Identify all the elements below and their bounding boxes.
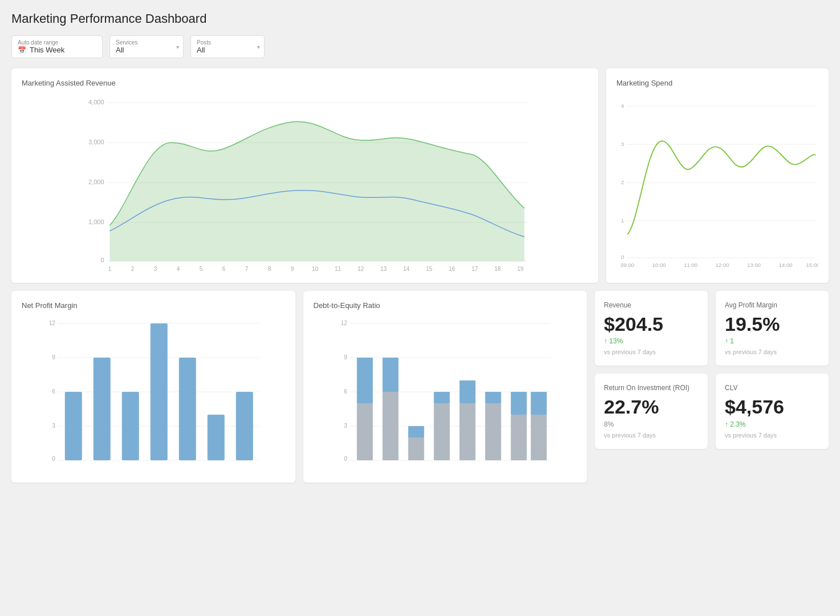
svg-text:11:00: 11:00 bbox=[684, 262, 697, 268]
svg-text:18: 18 bbox=[494, 266, 501, 271]
debt-equity-title: Debt-to-Equity Ratio bbox=[314, 301, 577, 310]
svg-rect-88 bbox=[530, 392, 546, 415]
clv-vs: vs previous 7 days bbox=[725, 432, 819, 439]
calendar-icon: 📅 bbox=[18, 46, 26, 54]
svg-text:0: 0 bbox=[100, 257, 104, 264]
svg-text:3: 3 bbox=[154, 266, 157, 271]
posts-filter[interactable]: Posts All bbox=[190, 35, 265, 58]
filter-bar: Auto date range 📅 This Week Services All… bbox=[11, 35, 829, 58]
svg-rect-56 bbox=[65, 392, 82, 460]
marketing-spend-chart: 4 3 2 1 0 09:00 10:00 11:00 12:00 13:00 bbox=[616, 94, 818, 271]
services-label: Services bbox=[116, 39, 167, 46]
clv-title: CLV bbox=[725, 384, 819, 392]
avg-profit-card: Avg Profit Margin 19.5% ↑ 1 vs previous … bbox=[716, 291, 829, 366]
date-range-label: Auto date range bbox=[18, 39, 96, 46]
svg-text:4: 4 bbox=[177, 266, 180, 271]
svg-rect-57 bbox=[94, 358, 111, 460]
roi-change: 8% bbox=[604, 420, 699, 428]
svg-text:4: 4 bbox=[621, 103, 624, 109]
date-range-filter[interactable]: Auto date range 📅 This Week bbox=[11, 35, 103, 58]
svg-text:17: 17 bbox=[472, 266, 478, 271]
svg-rect-62 bbox=[236, 392, 253, 460]
svg-rect-83 bbox=[485, 403, 501, 460]
svg-rect-76 bbox=[382, 358, 398, 392]
svg-text:7: 7 bbox=[245, 266, 249, 271]
svg-text:15: 15 bbox=[426, 266, 433, 271]
net-profit-chart: 12 9 6 3 0 bbox=[22, 317, 285, 471]
net-profit-card: Net Profit Margin 12 9 6 3 0 bbox=[11, 291, 295, 483]
svg-text:9: 9 bbox=[291, 266, 294, 271]
charts-row-2: Net Profit Margin 12 9 6 3 0 bbox=[11, 291, 829, 483]
svg-text:1: 1 bbox=[108, 266, 112, 271]
svg-text:3: 3 bbox=[52, 423, 55, 429]
svg-text:3: 3 bbox=[621, 141, 624, 147]
svg-rect-73 bbox=[356, 403, 372, 460]
avg-profit-vs: vs previous 7 days bbox=[725, 348, 819, 355]
svg-text:11: 11 bbox=[335, 266, 342, 271]
svg-text:2: 2 bbox=[621, 179, 624, 185]
assisted-revenue-title: Marketing Assisted Revenue bbox=[22, 79, 588, 87]
assisted-revenue-chart: 4,000 3,000 2,000 1,000 0 1 2 bbox=[22, 94, 588, 271]
date-range-value: This Week bbox=[30, 46, 64, 54]
metrics-row-1: Revenue $204.5 ↑ 13% vs previous 7 days … bbox=[595, 291, 829, 366]
svg-text:14: 14 bbox=[403, 266, 410, 271]
svg-rect-77 bbox=[408, 437, 424, 460]
svg-text:3: 3 bbox=[344, 423, 347, 429]
svg-text:19: 19 bbox=[517, 266, 524, 271]
marketing-spend-title: Marketing Spend bbox=[616, 79, 818, 87]
services-filter[interactable]: Services All bbox=[109, 35, 184, 58]
marketing-spend-card: Marketing Spend 4 3 2 1 0 09:00 10:00 1 bbox=[606, 68, 829, 283]
debt-equity-chart: 12 9 6 3 0 bbox=[314, 317, 577, 471]
svg-text:10:00: 10:00 bbox=[652, 262, 666, 268]
clv-change: ↑ 2.3% bbox=[725, 420, 819, 428]
svg-text:9: 9 bbox=[52, 354, 55, 360]
avg-profit-title: Avg Profit Margin bbox=[725, 301, 819, 309]
clv-card: CLV $4,576 ↑ 2.3% vs previous 7 days bbox=[716, 374, 829, 448]
roi-card: Return On Investment (ROI) 22.7% 8% vs p… bbox=[595, 374, 708, 448]
metrics-row-2: Return On Investment (ROI) 22.7% 8% vs p… bbox=[595, 374, 829, 448]
svg-rect-75 bbox=[382, 392, 398, 460]
svg-text:12:00: 12:00 bbox=[716, 262, 729, 268]
svg-text:16: 16 bbox=[449, 266, 456, 271]
svg-rect-58 bbox=[122, 392, 139, 460]
svg-text:6: 6 bbox=[344, 388, 347, 395]
svg-text:14:00: 14:00 bbox=[779, 262, 793, 268]
roi-title: Return On Investment (ROI) bbox=[604, 384, 699, 392]
revenue-card: Revenue $204.5 ↑ 13% vs previous 7 days bbox=[595, 291, 708, 366]
net-profit-title: Net Profit Margin bbox=[22, 301, 285, 310]
svg-rect-59 bbox=[151, 323, 168, 460]
debt-equity-card: Debt-to-Equity Ratio 12 9 6 3 0 bbox=[303, 291, 587, 483]
revenue-value: $204.5 bbox=[604, 314, 699, 335]
svg-rect-85 bbox=[510, 415, 526, 460]
posts-value: All bbox=[197, 46, 248, 54]
svg-text:0: 0 bbox=[52, 456, 55, 462]
svg-rect-84 bbox=[485, 392, 501, 403]
svg-text:13:00: 13:00 bbox=[747, 262, 761, 268]
svg-rect-87 bbox=[530, 415, 546, 460]
svg-text:12: 12 bbox=[340, 320, 347, 326]
svg-rect-80 bbox=[433, 392, 449, 403]
revenue-title: Revenue bbox=[604, 301, 699, 309]
svg-text:0: 0 bbox=[344, 456, 347, 462]
svg-text:12: 12 bbox=[358, 266, 364, 271]
svg-text:12: 12 bbox=[49, 320, 56, 326]
assisted-revenue-card: Marketing Assisted Revenue 4,000 3,000 2… bbox=[11, 68, 598, 283]
svg-text:9: 9 bbox=[344, 354, 347, 360]
svg-text:8: 8 bbox=[268, 266, 271, 271]
services-value: All bbox=[116, 46, 167, 54]
revenue-vs: vs previous 7 days bbox=[604, 348, 699, 355]
services-filter-wrapper: Services All ▾ bbox=[109, 35, 184, 58]
revenue-change: ↑ 13% bbox=[604, 337, 699, 345]
avg-profit-value: 19.5% bbox=[725, 314, 819, 335]
roi-vs: vs previous 7 days bbox=[604, 432, 699, 439]
svg-text:09:00: 09:00 bbox=[620, 262, 634, 268]
metrics-panel: Revenue $204.5 ↑ 13% vs previous 7 days … bbox=[595, 291, 829, 483]
svg-rect-61 bbox=[208, 415, 225, 460]
avg-profit-change: ↑ 1 bbox=[725, 337, 819, 345]
svg-text:13: 13 bbox=[380, 266, 387, 271]
services-arrow-icon: ▾ bbox=[176, 44, 179, 50]
svg-rect-86 bbox=[510, 392, 526, 415]
posts-arrow-icon: ▾ bbox=[257, 44, 260, 50]
svg-text:1,000: 1,000 bbox=[88, 218, 104, 225]
posts-label: Posts bbox=[197, 39, 248, 46]
